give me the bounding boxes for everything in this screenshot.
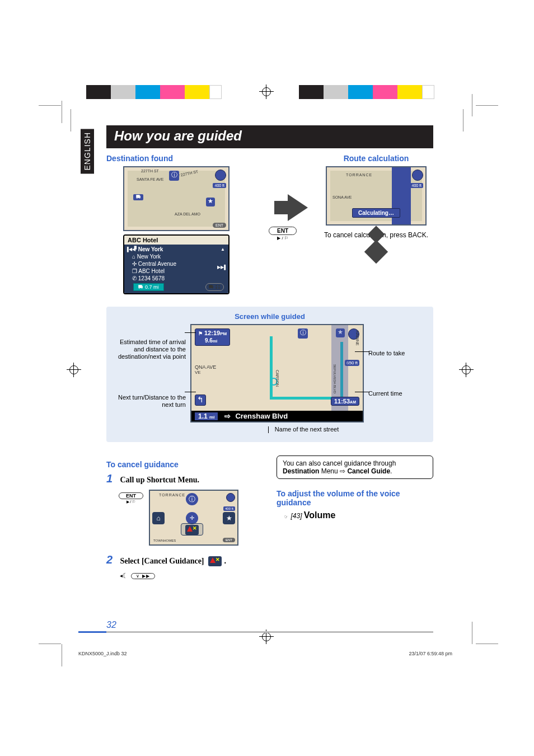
footer-left: KDNX5000_J.indb 32 <box>78 651 127 656</box>
label-current-time: Current time <box>368 390 424 397</box>
crop-mark <box>472 94 472 116</box>
step-number: 1 <box>106 472 118 485</box>
dest-row: ✢ Central Avenue <box>132 260 225 267</box>
page-title: How you are guided <box>106 125 433 148</box>
guided-map: ★ ⓘ 650 ft ⚑12:19PM 9.6mi QNA AVE VE NAD… <box>190 324 364 422</box>
flag-icon: ⚑ <box>198 331 203 336</box>
cancel-guidance-tile[interactable] <box>181 523 203 536</box>
prev-icon: ▐◀◀ <box>125 247 135 252</box>
volume-ref: [43] <box>291 512 303 520</box>
ent-corner-badge: ENT <box>223 538 235 542</box>
step-2-text: Select [Cancel Guidance] <box>120 557 204 565</box>
eta-chip: ⚑12:19PM 9.6mi <box>195 328 230 346</box>
route-calc-map: 400 ft TORRANCE SONA AVE Calculating… <box>326 166 427 226</box>
crop-mark <box>39 105 61 106</box>
street-label: 227TH ST <box>141 169 159 173</box>
north-icon <box>412 170 423 181</box>
label-eta: Estimated time of arrival and distance t… <box>113 339 186 360</box>
destination-map: 400 ft SANTA FE AVE W 227TH ST 227TH ST … <box>123 166 229 231</box>
route-calc-heading: Route calculation <box>319 154 433 163</box>
label-route: Route to take <box>368 350 424 356</box>
street-label: TOWNHOMES <box>153 539 176 542</box>
star-icon: ★ <box>206 198 215 206</box>
next-street-name: Crenshaw Blvd <box>235 412 288 420</box>
page-number: 32 <box>106 620 116 630</box>
page-rule <box>78 631 433 633</box>
cancel-guide-note: You can also cancel guidance through Des… <box>277 456 433 479</box>
destination-panel: ABC Hotel ▲ ▐◀◀ ▶▶▌ ▝ New York ⌂ New Yor… <box>123 234 229 294</box>
language-tab: ENGLISH <box>81 129 94 173</box>
dest-row: ❐ ABC Hotel <box>132 267 225 275</box>
registration-mark-icon <box>459 363 474 377</box>
street-label: VE <box>195 370 201 375</box>
label-next-street: Name of the next street <box>113 426 427 433</box>
next-distance: 1.1 mi <box>195 412 218 420</box>
street-label: AZA DEL AMO <box>175 212 200 216</box>
registration-mark-icon <box>67 363 81 377</box>
step-1-text: Call up Shortcut Menu. <box>120 476 199 484</box>
map-label: TORRANCE <box>159 493 185 497</box>
scroll-up-icon: ▲ <box>221 247 225 252</box>
distance-chip: ⛟0.7 mi <box>133 283 164 291</box>
dest-row: ⌂ New York <box>132 253 225 260</box>
guided-screen-frame: Screen while guided Estimated time of ar… <box>106 307 433 442</box>
street-label: QNA AVE <box>195 364 216 370</box>
crop-mark <box>71 109 71 132</box>
press-gesture-icon: ◂〘 <box>120 572 128 579</box>
guidance-bottom-bar: 1.1 mi ⇨ Crenshaw Blvd <box>191 411 363 421</box>
ent-corner-badge: ENT <box>213 223 226 228</box>
arrow-right-icon <box>257 194 308 221</box>
guided-screen-title: Screen while guided <box>113 312 427 321</box>
down-next-control[interactable]: ∨ ▶▶ <box>131 573 154 579</box>
arrow-down-icon <box>364 240 388 264</box>
ent-play-icon: ▶ / ⚐ <box>257 236 308 241</box>
crop-mark <box>62 644 62 666</box>
calculating-banner: Calculating… <box>352 208 400 218</box>
street-label: CARSON <box>275 370 279 387</box>
street-label: SONA AVE <box>332 195 352 199</box>
crop-mark <box>476 644 498 644</box>
info-icon: ⓘ <box>186 493 198 505</box>
map-scale: 400 ft <box>223 506 235 511</box>
cancel-guidance-icon <box>208 556 222 566</box>
ent-button[interactable]: ENT <box>119 492 143 499</box>
crop-mark <box>463 109 463 132</box>
destination-panel-title: ABC Hotel <box>124 236 228 245</box>
shortcut-menu-map: TORRANCE 400 ft ⓘ ⌂ ★ ✛ TOWNHOMES ENT <box>149 490 238 546</box>
volume-ref-label: Volume <box>304 510 336 520</box>
crop-mark <box>472 622 472 644</box>
dest-row: ✆ 1234 5678 <box>132 275 225 282</box>
pointer-icon: ☞ <box>284 514 288 519</box>
crop-mark <box>476 105 498 106</box>
adjust-volume-heading: To adjust the volume of the voice guidan… <box>277 489 433 507</box>
registration-mark-icon <box>259 84 274 99</box>
street-label: SANTA FE AVE <box>137 177 163 181</box>
destination-found-heading: Destination found <box>106 154 246 163</box>
color-bar-left <box>86 85 232 99</box>
map-label: TORRANCE <box>346 173 372 177</box>
north-icon <box>215 170 226 181</box>
ent-button[interactable]: ENT <box>269 227 297 235</box>
ent-play-icon: ▶ / ⚐ <box>119 500 143 504</box>
arrow-right-icon: ⇨ <box>224 412 231 420</box>
next-turn-icon: ↰ <box>195 395 206 406</box>
cancel-guidance-heading: To cancel guidance <box>106 460 263 469</box>
info-icon: ⓘ <box>298 328 308 339</box>
map-scale: 400 ft <box>410 183 423 188</box>
info-icon: ⓘ <box>169 171 179 181</box>
step-number: 2 <box>106 553 118 566</box>
next-icon: ▶▶▌ <box>217 265 227 270</box>
color-bar-right <box>299 85 444 99</box>
current-time-chip: 11:53AM <box>331 397 359 406</box>
car-icon: ⛟ <box>133 194 143 200</box>
cancel-guidance-icon <box>185 525 199 535</box>
dest-row: ▝ New York <box>132 246 225 253</box>
map-scale: 400 ft <box>213 183 226 188</box>
route-options-icon: ⛟ ☷ <box>205 283 224 291</box>
crosshair-icon: ✛ <box>186 512 198 524</box>
crop-mark <box>62 101 62 123</box>
crop-mark <box>39 644 61 644</box>
label-next-turn: Next turn/Distance to the next turn <box>113 394 186 408</box>
home-icon: ⌂ <box>152 512 165 524</box>
street-label: NADINE <box>355 331 359 345</box>
